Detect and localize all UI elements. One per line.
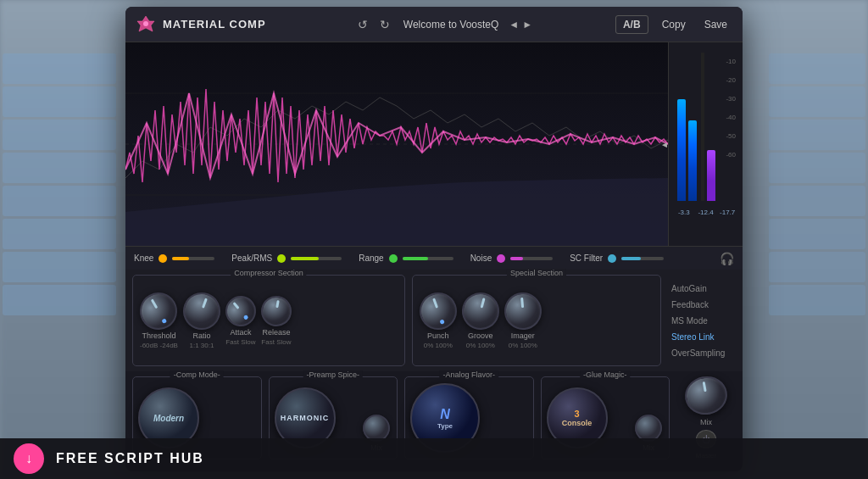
waveform-svg [125, 42, 668, 246]
ab-button[interactable]: A/B [615, 15, 648, 34]
analog-flavor-label: -Analog Flavor- [439, 370, 498, 379]
peak-rms-control: Peak/RMS [231, 253, 342, 263]
plugin-window: MATERIAL COMP ↺ ↻ Welcome to VoosteQ ◄ ►… [125, 7, 743, 471]
attack-knob[interactable] [220, 289, 263, 332]
meter-arrow: ◄ [660, 140, 669, 149]
modern-label: Modern [153, 414, 184, 423]
daw-tracks-left [0, 51, 119, 432]
meter-bar-left [677, 99, 686, 201]
imager-range: 0% 100% [509, 342, 537, 349]
meter-label-50: -50 [726, 127, 736, 146]
release-range: Fast Slow [261, 338, 291, 346]
groove-label: Groove [468, 331, 493, 340]
controls-bar: Knee Peak/RMS Range Noise [125, 246, 743, 270]
glue-magic-label: -Glue Magic- [580, 370, 631, 379]
bottom-bar: ↓ FREE SCRIPT HUB [0, 438, 868, 479]
special-section: Special Section Punch 0% 100% Groove 0% … [412, 275, 661, 366]
stereo-link-toggle[interactable]: Stereo Link [671, 331, 732, 343]
save-button[interactable]: Save [699, 16, 732, 33]
knee-slider[interactable] [172, 257, 214, 260]
sections-row: Compressor Section Threshold -60dB -24dB… [125, 270, 743, 371]
release-group: Release Fast Slow [261, 296, 292, 346]
meter-label-30: -30 [726, 90, 736, 109]
logo-icon [136, 14, 156, 35]
meter-label-10: -10 [726, 53, 736, 71]
download-button[interactable]: ↓ [14, 443, 44, 474]
noise-indicator [497, 254, 505, 263]
header-center: ↺ ↻ Welcome to VoosteQ ◄ ► [271, 16, 615, 33]
imager-label: Imager [511, 331, 535, 340]
sc-filter-slider[interactable] [621, 257, 664, 260]
logo-area: MATERIAL COMP [136, 14, 271, 35]
attack-range: Fast Slow [225, 338, 255, 346]
console-label-3: 3 [562, 409, 593, 419]
ntype-label-n: N [437, 407, 453, 422]
copy-button[interactable]: Copy [657, 16, 691, 33]
undo-redo: ↺ ↻ [354, 16, 393, 33]
meter-bar-gain [707, 150, 715, 201]
console-label-text: Console [562, 419, 593, 427]
nav-arrows: ◄ ► [509, 19, 532, 31]
punch-knob[interactable] [415, 287, 462, 334]
imager-knob[interactable] [503, 291, 543, 331]
peak-rms-indicator [277, 254, 286, 263]
groove-knob[interactable] [458, 288, 504, 334]
ratio-group: Ratio 1:1 30:1 [183, 292, 220, 349]
punch-label: Punch [427, 331, 449, 340]
comp-mode-label: -Comp Mode- [170, 370, 224, 379]
range-label: Range [359, 253, 383, 263]
punch-range: 0% 100% [424, 342, 453, 349]
meter-val-2: -12.4 [696, 209, 716, 216]
threshold-label: Threshold [142, 331, 175, 340]
release-knob[interactable] [259, 293, 294, 329]
release-label: Release [262, 328, 290, 337]
undo-button[interactable]: ↺ [354, 16, 371, 33]
groove-range: 0% 100% [466, 342, 495, 349]
waveform-display: -10 -20 -30 -40 -50 -60 ◄ -3 [125, 42, 743, 246]
redo-button[interactable]: ↻ [376, 16, 393, 33]
knee-indicator [159, 254, 167, 263]
sc-filter-control: SC Filter [570, 253, 664, 263]
daw-tracks-right [766, 51, 868, 432]
range-indicator [389, 254, 398, 263]
sc-filter-indicator [608, 254, 616, 263]
preset-name: Welcome to VoosteQ [403, 19, 499, 31]
header-right: A/B Copy Save [615, 15, 732, 34]
download-icon: ↓ [25, 451, 32, 466]
meter-panel: -10 -20 -30 -40 -50 -60 ◄ -3 [668, 42, 743, 246]
noise-slider[interactable] [510, 257, 553, 260]
range-slider[interactable] [403, 257, 453, 260]
meter-label-60: -60 [726, 146, 736, 164]
knee-label: Knee [134, 253, 153, 263]
threshold-knob[interactable] [133, 285, 184, 336]
ms-mode-toggle[interactable]: MS Mode [671, 315, 732, 326]
harmonic-label: HARMONIC [281, 414, 330, 422]
ratio-knob[interactable] [178, 287, 225, 334]
plugin-title: MATERIAL COMP [163, 18, 266, 31]
meter-val-1: -3.3 [674, 209, 694, 216]
attack-group: Attack Fast Slow [225, 296, 256, 346]
oversampling-toggle[interactable]: OverSampling [671, 348, 732, 359]
range-control: Range [359, 253, 453, 263]
autogain-toggle[interactable]: AutoGain [671, 283, 732, 294]
meter-bar-right [688, 120, 697, 201]
knee-control: Knee [134, 253, 214, 263]
headphone-icon[interactable]: 🎧 [720, 252, 734, 265]
imager-group: Imager 0% 100% [504, 292, 542, 349]
meter-label-40: -40 [726, 109, 736, 127]
ratio-label: Ratio [192, 331, 210, 340]
header: MATERIAL COMP ↺ ↻ Welcome to VoosteQ ◄ ►… [125, 7, 743, 42]
next-preset-button[interactable]: ► [522, 19, 532, 31]
special-section-label: Special Section [507, 269, 566, 277]
prev-preset-button[interactable]: ◄ [509, 19, 519, 31]
right-toggles: AutoGain Feedback MS Mode Stereo Link Ov… [668, 275, 736, 366]
attack-label: Attack [230, 328, 251, 337]
master-knob[interactable] [682, 373, 730, 418]
threshold-range: -60dB -24dB [140, 342, 178, 349]
meter-values: -3.3 -12.4 -17.7 [672, 207, 739, 218]
punch-group: Punch 0% 100% [420, 292, 457, 349]
peak-rms-label: Peak/RMS [231, 253, 272, 263]
meter-val-3: -17.7 [717, 209, 737, 216]
feedback-toggle[interactable]: Feedback [671, 299, 732, 310]
peak-rms-slider[interactable] [291, 257, 342, 260]
